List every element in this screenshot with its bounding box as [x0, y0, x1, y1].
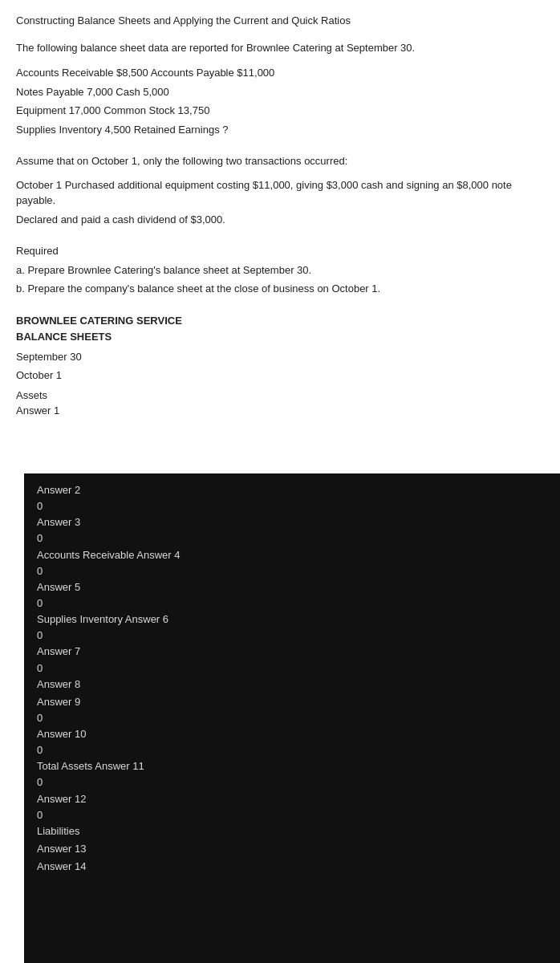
answer12-row: Answer 12: [37, 790, 547, 808]
answer10-value-row: 0: [37, 743, 547, 758]
answer9-value: 0: [37, 712, 43, 724]
transaction1: October 1 Purchased additional equipment…: [16, 179, 512, 207]
intro-line1: The following balance sheet data are rep…: [16, 42, 415, 54]
supplies-value-row: 0: [37, 628, 547, 643]
answer3-label: Answer 3: [37, 516, 80, 528]
answer14-row: Answer 14: [37, 858, 547, 876]
answer8-label: Answer 8: [37, 678, 80, 690]
total-assets-label: Total Assets Answer 11: [37, 760, 144, 772]
total-assets-value-row: 0: [37, 775, 547, 790]
balance-sheet-title: BALANCE SHEETS: [16, 329, 544, 346]
required-label: Required: [16, 245, 59, 257]
answer12-value-row: 0: [37, 808, 547, 823]
answer12-value: 0: [37, 809, 43, 821]
answer2-row: Answer 2: [37, 482, 547, 499]
ar-label: Accounts Receivable Answer 4: [37, 549, 180, 561]
answer7-value-row: 0: [37, 661, 547, 676]
answer3-value-row: 0: [37, 531, 547, 546]
ar-value-row: 0: [37, 564, 547, 579]
answer10-row: Answer 10: [37, 725, 547, 743]
answer5-value: 0: [37, 597, 43, 609]
data-line3: Equipment 17,000 Common Stock 13,750: [16, 104, 209, 116]
answer10-label: Answer 10: [37, 728, 86, 740]
answer9-value-row: 0: [37, 711, 547, 725]
ar-row: Accounts Receivable Answer 4: [37, 547, 547, 564]
answer2-value: 0: [37, 500, 43, 512]
answer5-row: Answer 5: [37, 579, 547, 596]
answer10-value: 0: [37, 744, 43, 756]
answer9-label: Answer 9: [37, 696, 80, 708]
required-item-a: a. Prepare Brownlee Catering's balance s…: [16, 264, 311, 276]
supplies-value: 0: [37, 629, 43, 641]
answer3-value: 0: [37, 532, 43, 544]
answer7-row: Answer 7: [37, 643, 547, 660]
answer8-row: Answer 8: [37, 676, 547, 693]
answer13-row: Answer 13: [37, 840, 547, 858]
page-title: Constructing Balance Sheets and Applying…: [16, 14, 351, 26]
answer2-value-row: 0: [37, 499, 547, 514]
answer12-label: Answer 12: [37, 793, 86, 805]
required-item-b: b. Prepare the company's balance sheet a…: [16, 282, 380, 295]
assume-intro: Assume that on October 1, only the follo…: [16, 155, 347, 167]
answer1-label: Answer 1: [16, 404, 59, 416]
liabilities-label: Liabilities: [37, 825, 79, 837]
total-assets-row: Total Assets Answer 11: [37, 758, 547, 775]
answer5-label: Answer 5: [37, 581, 80, 593]
assets-label: Assets: [16, 389, 47, 401]
answer9-row: Answer 9: [37, 693, 547, 711]
data-line4: Supplies Inventory 4,500 Retained Earnin…: [16, 124, 229, 136]
total-assets-value: 0: [37, 776, 43, 788]
data-line2: Notes Payable 7,000 Cash 5,000: [16, 86, 169, 98]
date-sept30: September 30: [16, 349, 544, 366]
answer13-label: Answer 13: [37, 843, 86, 855]
data-line1: Accounts Receivable $8,500 Accounts Paya…: [16, 67, 274, 79]
answer7-label: Answer 7: [37, 645, 80, 657]
supplies-label: Supplies Inventory Answer 6: [37, 613, 168, 625]
answer5-value-row: 0: [37, 596, 547, 611]
date-oct1: October 1: [16, 368, 544, 384]
company-name: BROWNLEE CATERING SERVICE: [16, 313, 544, 330]
answer7-value: 0: [37, 662, 43, 674]
ar-value: 0: [37, 565, 43, 577]
answer2-label: Answer 2: [37, 484, 80, 496]
liabilities-row: Liabilities: [37, 823, 547, 840]
answer3-row: Answer 3: [37, 514, 547, 531]
transaction2: Declared and paid a cash dividend of $3,…: [16, 213, 225, 226]
supplies-row: Supplies Inventory Answer 6: [37, 611, 547, 628]
answer14-label: Answer 14: [37, 860, 86, 872]
